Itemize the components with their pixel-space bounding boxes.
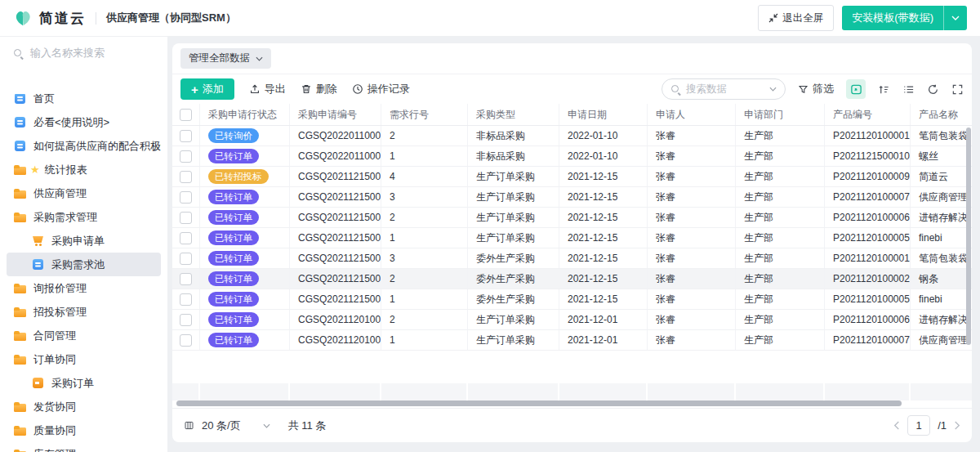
table-search-input[interactable]: 搜索数据 — [662, 78, 786, 100]
row-checkbox[interactable] — [180, 150, 192, 163]
checkbox-cell — [172, 269, 200, 289]
product-name-cell: 进销存解决 — [911, 208, 972, 227]
line-no-cell: 1 — [381, 228, 468, 248]
horizontal-scrollbar[interactable] — [176, 401, 902, 406]
export-button[interactable]: 导出 — [249, 82, 286, 96]
fullscreen-table-button[interactable] — [951, 83, 964, 96]
status-cell: 已转订单 — [200, 289, 290, 309]
column-header[interactable]: 申请日期 — [559, 104, 648, 125]
type-cell: 委外生产采购 — [468, 289, 559, 309]
column-header[interactable]: 采购类型 — [468, 104, 559, 125]
table-row[interactable]: 已转招投标CGSQ20211215000154生产订单采购2021-12-15张… — [172, 167, 972, 187]
column-header[interactable]: 申请部门 — [736, 104, 825, 125]
refresh-button[interactable] — [927, 83, 939, 96]
table-row[interactable]: 已转订单CGSQ20211215000143委外生产采购2021-12-15张睿… — [172, 248, 972, 269]
sidebar-item[interactable]: 供应商管理 — [7, 181, 161, 205]
row-checkbox[interactable] — [180, 293, 192, 306]
row-checkbox[interactable] — [180, 171, 192, 183]
sidebar-item[interactable]: 订单协同 — [7, 347, 161, 371]
sidebar-item[interactable]: 库存管理 — [7, 442, 161, 452]
sidebar-item[interactable]: 必看<使用说明> — [7, 110, 161, 134]
table-row[interactable]: 已转订单CGSQ20211215000152生产订单采购2021-12-15张睿… — [172, 208, 972, 228]
logo[interactable]: 简道云 — [13, 9, 86, 28]
select-all-checkbox[interactable] — [180, 109, 192, 121]
row-checkbox[interactable] — [180, 273, 192, 285]
logo-leaf-icon — [13, 9, 33, 28]
req-no-cell: CGSQ2021121500015 — [290, 167, 381, 186]
data-table: 采购申请行状态采购申请编号需求行号采购类型申请日期申请人申请部门产品编号产品名称… — [172, 104, 972, 408]
table-row[interactable]: 已转订单CGSQ20220110000161非标品采购2022-01-10张睿生… — [172, 146, 972, 167]
sidebar-item[interactable]: 采购需求池 — [7, 253, 161, 276]
table-row[interactable]: 已转订单CGSQ20211201000131生产订单采购2021-12-01张睿… — [172, 330, 972, 351]
product-name-cell: 钢条 — [911, 269, 972, 289]
table-row[interactable]: 已转询价CGSQ20220110000162非标品采购2022-01-10张睿生… — [172, 126, 972, 146]
row-height-button[interactable] — [902, 83, 915, 96]
checkbox-cell — [172, 248, 200, 268]
sidebar-item[interactable]: 首页 — [7, 94, 161, 110]
operation-log-button[interactable]: 操作记录 — [352, 82, 410, 96]
product-name-cell: finebi — [911, 289, 972, 309]
checkbox-cell — [172, 228, 200, 248]
status-cell: 已转询价 — [200, 126, 290, 145]
table-row[interactable]: 已转订单CGSQ20211215000141委外生产采购2021-12-15张睿… — [172, 289, 972, 310]
row-checkbox[interactable] — [180, 212, 192, 224]
checkbox-cell — [172, 208, 200, 227]
vertical-scrollbar[interactable] — [966, 128, 971, 345]
sidebar-item-label: 库存管理 — [33, 447, 76, 452]
export-label: 导出 — [265, 82, 286, 96]
column-header[interactable]: 产品名称 — [911, 104, 972, 125]
add-button[interactable]: + 添加 — [180, 78, 234, 100]
filter-button[interactable]: 筛选 — [798, 82, 834, 96]
column-header[interactable]: 产品编号 — [825, 104, 911, 125]
column-header[interactable]: 采购申请编号 — [290, 104, 381, 125]
sidebar-item[interactable]: 采购申请单 — [7, 229, 161, 253]
prev-page-button[interactable] — [893, 421, 900, 430]
sidebar-item[interactable]: 招投标管理 — [7, 300, 161, 324]
exit-fullscreen-button[interactable]: 退出全屏 — [758, 5, 834, 31]
doc-icon — [14, 116, 26, 128]
view-settings-button[interactable] — [846, 79, 866, 99]
table-row[interactable]: 已转订单CGSQ20211215000153生产订单采购2021-12-15张睿… — [172, 187, 972, 208]
sidebar-item[interactable]: 合同管理 — [7, 324, 161, 347]
sidebar-item[interactable]: 发货协同 — [7, 395, 161, 418]
sidebar-item-label: 订单协同 — [33, 352, 76, 367]
page-size-dropdown[interactable]: 20 条/页 — [184, 418, 270, 433]
line-no-cell: 1 — [381, 289, 468, 309]
install-template-button[interactable]: 安装模板(带数据) — [842, 6, 967, 30]
status-badge: 已转订单 — [208, 312, 259, 327]
sidebar-item[interactable]: 如何提高供应商的配合积极性? — [7, 134, 161, 158]
column-header[interactable]: 需求行号 — [381, 104, 468, 125]
type-cell: 非标品采购 — [468, 126, 559, 145]
row-checkbox[interactable] — [180, 191, 192, 204]
sidebar-item[interactable]: 采购订单 — [7, 371, 161, 395]
table-row[interactable]: 已转订单CGSQ20211215000151生产订单采购2021-12-15张睿… — [172, 228, 972, 248]
data-scope-dropdown[interactable]: 管理全部数据 — [180, 48, 271, 69]
row-checkbox[interactable] — [180, 253, 192, 265]
row-checkbox[interactable] — [180, 314, 192, 326]
applicant-cell: 张睿 — [648, 269, 736, 289]
main-content-card: 管理全部数据 + 添加 导出 删除 操作记录 — [172, 43, 972, 442]
status-badge: 已转订单 — [208, 190, 259, 204]
sort-button[interactable] — [878, 83, 890, 96]
line-no-cell: 4 — [381, 167, 468, 186]
sidebar-item[interactable]: 采购需求管理 — [7, 205, 161, 229]
column-header[interactable]: 申请人 — [648, 104, 736, 125]
column-header[interactable]: 采购申请行状态 — [200, 104, 290, 125]
req-no-cell: CGSQ2021121500014 — [290, 269, 381, 289]
delete-button[interactable]: 删除 — [301, 82, 337, 96]
sidebar-search-input[interactable]: 输入名称来搜索 — [0, 41, 167, 65]
sidebar-item[interactable]: ★统计报表 — [7, 158, 161, 181]
install-template-dropdown[interactable] — [943, 6, 967, 30]
sidebar-menu: 首页必看<使用说明>如何提高供应商的配合积极性?★统计报表供应商管理采购需求管理… — [0, 94, 167, 452]
table-row[interactable]: 已转订单CGSQ20211201000132生产订单采购2021-12-01张睿… — [172, 310, 972, 330]
current-page-input[interactable]: 1 — [907, 415, 930, 436]
next-page-button[interactable] — [954, 421, 960, 430]
row-checkbox[interactable] — [180, 334, 192, 347]
row-checkbox[interactable] — [180, 130, 192, 142]
sidebar-item[interactable]: 质量协同 — [7, 418, 161, 442]
funnel-icon — [798, 84, 808, 95]
sidebar-item[interactable]: 询报价管理 — [7, 276, 161, 300]
row-checkbox[interactable] — [180, 232, 192, 244]
table-row[interactable]: 已转订单CGSQ20211215000142委外生产采购2021-12-15张睿… — [172, 269, 972, 289]
type-cell: 委外生产采购 — [468, 269, 559, 289]
